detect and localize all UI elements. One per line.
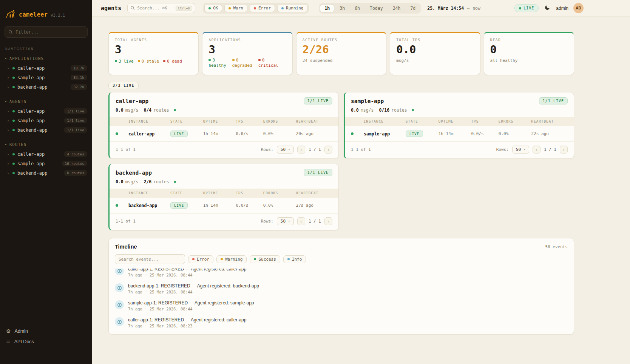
filter-chip-ok[interactable]: OK (204, 4, 222, 12)
routes-unit: routes (153, 179, 169, 184)
chevron-right-icon: › (7, 161, 10, 166)
legend-live: 3 live (119, 59, 134, 64)
sidebar-item-application-caller-app[interactable]: › caller-app 10.7k (0, 63, 92, 73)
live-dot (519, 7, 521, 9)
rows-per-page-select[interactable]: 50 ▾ (277, 146, 294, 154)
stat-card-applications: APPLICATIONS 3 3 healthy 0 degraded 0 cr… (202, 32, 292, 75)
event-time: 7h ago · 25 Mar 2026, 08:44 (128, 273, 246, 277)
cell-errors: 0.0% (263, 203, 296, 208)
info-dot (287, 258, 290, 260)
sidebar-filter-input[interactable] (15, 29, 84, 35)
timeline-event[interactable]: caller-app-1: REGISTERED — Agent registe… (115, 269, 568, 280)
sidebar-filter[interactable] (5, 26, 88, 38)
timeline-event[interactable]: backend-app-1: REGISTERED — Agent regist… (115, 280, 568, 297)
filter-chip-warn[interactable]: Warn (224, 4, 247, 12)
timeline-filter-error[interactable]: Error (188, 255, 213, 263)
timeline-event[interactable]: caller-app-1: REGISTERED — Agent registe… (115, 314, 568, 331)
col-tps: TPS (471, 120, 498, 123)
time-range-1h[interactable]: 1h (320, 4, 334, 12)
sidebar-item-label: caller-app (17, 109, 62, 114)
theme-toggle-button[interactable] (544, 4, 551, 12)
sidebar-item-badge: 1/1 live (64, 118, 87, 123)
user-name: admin (556, 6, 568, 11)
sidebar-section-agents: AGENTS › caller-app 1/1 live › sample-ap… (0, 98, 92, 135)
activity-dot (174, 181, 176, 183)
next-page-button[interactable]: › (324, 217, 332, 225)
state-badge: LIVE (170, 202, 188, 209)
section-header-applications[interactable]: APPLICATIONS (0, 55, 92, 63)
table-row[interactable]: sample-app LIVE 1h 14m 0.0/s 0.0% 22s ag… (345, 126, 574, 142)
stats-row: TOTAL AGENTS 3 3 live 0 stale 0 dead APP… (108, 32, 574, 75)
stat-title: APPLICATIONS (208, 38, 286, 42)
time-range-7d[interactable]: 7d (406, 4, 420, 12)
table-row[interactable]: backend-app LIVE 1h 14m 0.0/s 0.0% 27s a… (110, 198, 338, 213)
activity-dot (412, 109, 414, 111)
timeline-search-input[interactable] (115, 254, 185, 264)
timeline-filter-info[interactable]: Info (283, 255, 306, 263)
status-filter-group: OK Warn Error Running (203, 3, 309, 14)
admin-link[interactable]: ⚙ Admin (6, 329, 86, 334)
status-dot (12, 129, 15, 131)
user-avatar[interactable]: AD (573, 3, 584, 13)
brand-name: cameleer (19, 11, 48, 18)
api-docs-link[interactable]: ≡ API Docs (6, 339, 86, 344)
global-search-input[interactable] (137, 6, 173, 11)
search-icon (8, 29, 13, 36)
rows-per-page-label: Rows: (496, 147, 509, 152)
sidebar-item-agent-sample-app[interactable]: › sample-app 1/1 live (0, 116, 92, 125)
section-header-agents[interactable]: AGENTS (0, 98, 92, 106)
filter-chip-label: Error (197, 257, 209, 262)
rows-per-page-select[interactable]: 50 ▾ (512, 146, 529, 154)
event-icon (115, 317, 124, 326)
instance-status-dot (351, 132, 354, 135)
timeline-filter-warning[interactable]: Warning (216, 255, 247, 263)
table-row[interactable]: caller-app LIVE 1h 14m 0.0/s 0.0% 20s ag… (110, 126, 338, 142)
sidebar-item-routes-caller-app[interactable]: › caller-app 4 routes (0, 149, 92, 159)
live-label: LIVE (523, 6, 534, 10)
time-range-3h[interactable]: 3h (335, 4, 349, 12)
stat-subtitle: msg/s (396, 58, 474, 63)
tps-value: 0.0 (116, 179, 124, 184)
sidebar-item-routes-sample-app[interactable]: › sample-app 16 routes (0, 159, 92, 168)
next-page-button[interactable]: › (560, 146, 568, 154)
prev-page-button[interactable]: ‹ (533, 146, 540, 154)
app-card-sample-app: sample-app 1/1 LIVE 0.0 msg/s 0/16 route… (344, 92, 574, 159)
col-instance: INSTANCE (128, 191, 170, 195)
sidebar-section-routes: ROUTES › caller-app 4 routes › sample-ap… (0, 141, 92, 178)
time-range-24h[interactable]: 24h (388, 4, 405, 12)
prev-page-button[interactable]: ‹ (297, 146, 305, 154)
global-search[interactable]: Ctrl+K (127, 3, 195, 13)
cell-tps: 0.0/s (471, 131, 498, 136)
section-label: APPLICATIONS (9, 57, 44, 61)
camel-logo-icon (5, 9, 16, 20)
time-range-6h[interactable]: 6h (350, 4, 364, 12)
col-errors: ERRORS (263, 191, 296, 195)
dead-dot (163, 60, 165, 62)
sidebar-item-agent-caller-app[interactable]: › caller-app 1/1 live (0, 106, 92, 116)
sidebar-item-routes-backend-app[interactable]: › backend-app 6 routes (0, 168, 92, 178)
sidebar-item-application-sample-app[interactable]: › sample-app 84.1k (0, 73, 92, 82)
legend-critical-word: critical (258, 63, 278, 68)
timeline-filter-success[interactable]: Success (250, 255, 280, 263)
col-state: STATE (170, 191, 203, 195)
section-header-routes[interactable]: ROUTES (0, 141, 92, 149)
timeline-event-list[interactable]: caller-app-1: REGISTERED — Agent registe… (109, 269, 574, 331)
prev-page-button[interactable]: ‹ (297, 217, 305, 225)
event-title: caller-app-1: REGISTERED — Agent registe… (128, 317, 246, 323)
instance-status-dot (116, 204, 118, 207)
sidebar-item-application-backend-app[interactable]: › backend-app 32.2k (0, 82, 92, 92)
brand-version: v3.2.1 (51, 13, 65, 17)
legend-stale: 0 stale (142, 59, 159, 64)
rows-per-page-select[interactable]: 50 ▾ (277, 217, 294, 225)
success-dot (254, 258, 256, 260)
live-count-badge: 1/1 LIVE (304, 169, 332, 176)
filter-chip-error[interactable]: Error (250, 4, 275, 12)
stat-value: 3 (115, 44, 192, 56)
app-cards-grid: caller-app 1/1 LIVE 0.0 msg/s 0/4 routes… (108, 92, 574, 230)
next-page-button[interactable]: › (324, 146, 332, 154)
sidebar-item-agent-backend-app[interactable]: › backend-app 1/1 live (0, 125, 92, 135)
time-range-today[interactable]: Today (365, 4, 388, 12)
filter-chip-running[interactable]: Running (277, 4, 307, 12)
timeline-event[interactable]: sample-app-1: REGISTERED — Agent registe… (115, 297, 568, 314)
caret-down-icon: ▾ (288, 148, 290, 151)
